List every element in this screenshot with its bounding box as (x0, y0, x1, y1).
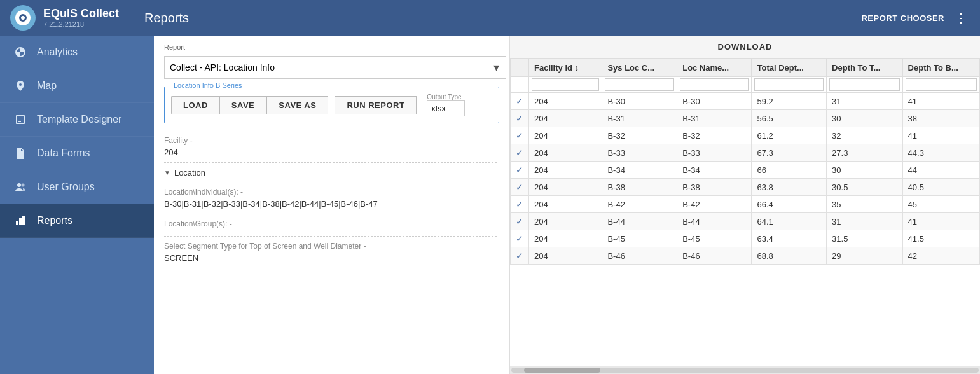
chart-pie-icon (13, 45, 28, 60)
scrollbar-thumb[interactable] (524, 368, 600, 373)
table-row: ✓ 204 B-30 B-30 59.2 31 41 (511, 93, 980, 110)
location-individuals-label: Location\Individual(s): - (164, 188, 497, 197)
row-total-depth: 68.8 (752, 247, 827, 265)
run-report-button[interactable]: RUN REPORT (335, 96, 417, 114)
row-check: ✓ (511, 179, 529, 196)
filter-facility-id-input[interactable] (532, 78, 599, 91)
logo-icon (18, 13, 28, 23)
results-table: Facility Id ↕ Sys Loc C... Loc Name... T… (510, 59, 980, 265)
filter-sys-loc-c-input[interactable] (605, 78, 674, 91)
param-row-location-individuals: Location\Individual(s): - B-30|B-31|B-32… (164, 183, 497, 214)
load-button[interactable]: LOAD (171, 96, 219, 114)
table-row: ✓ 204 B-45 B-45 63.4 31.5 41.5 (511, 230, 980, 247)
col-header-depth-to-b: Depth To B... (902, 59, 979, 77)
scrollbar-track (511, 368, 979, 373)
filter-check (511, 77, 529, 93)
sidebar-item-template-designer[interactable]: Template Designer (0, 103, 154, 137)
filter-total-depth[interactable] (752, 77, 827, 93)
series-label: Location Info B Series (171, 81, 245, 89)
table-row: ✓ 204 B-46 B-46 68.8 29 42 (511, 247, 980, 265)
table-wrapper[interactable]: Facility Id ↕ Sys Loc C... Loc Name... T… (510, 59, 980, 366)
topbar: EQuIS Collect 7.21.2.21218 Reports REPOR… (0, 0, 980, 36)
row-sys-loc-c: B-30 (602, 93, 677, 110)
topbar-actions: REPORT CHOOSER ⋮ (861, 8, 970, 28)
filter-depth-to-b-input[interactable] (906, 78, 977, 91)
row-depth-to-t: 30 (827, 162, 902, 179)
row-depth-to-b: 41 (902, 93, 979, 110)
row-loc-name: B-42 (677, 196, 752, 213)
row-sys-loc-c: B-32 (602, 127, 677, 144)
row-check: ✓ (511, 230, 529, 247)
more-options-button[interactable]: ⋮ (952, 8, 970, 28)
row-depth-to-t: 29 (827, 247, 902, 265)
row-check: ✓ (511, 93, 529, 110)
row-loc-name: B-46 (677, 247, 752, 265)
filter-depth-to-t-input[interactable] (829, 78, 899, 91)
filter-depth-to-b[interactable] (902, 77, 979, 93)
filter-loc-name[interactable] (677, 77, 752, 93)
sidebar-item-user-groups[interactable]: User Groups (0, 170, 154, 204)
row-depth-to-b: 40.5 (902, 179, 979, 196)
row-loc-name: B-30 (677, 93, 752, 110)
col-header-facility-id: Facility Id ↕ (529, 59, 602, 77)
location-groups-label: Location\Group(s): - (164, 219, 497, 228)
filter-depth-to-t[interactable] (827, 77, 902, 93)
row-loc-name: B-31 (677, 110, 752, 127)
app-name: EQuIS Collect (43, 8, 119, 20)
col-header-depth-to-t: Depth To T... (827, 59, 902, 77)
sidebar-item-reports-label: Reports (37, 215, 72, 226)
row-sys-loc-c: B-44 (602, 213, 677, 230)
horizontal-scrollbar[interactable] (510, 366, 980, 374)
row-check: ✓ (511, 213, 529, 230)
save-button[interactable]: SAVE (219, 96, 266, 114)
sidebar-item-reports[interactable]: Reports (0, 204, 154, 238)
sidebar-item-data-forms[interactable]: Data Forms (0, 137, 154, 170)
row-loc-name: B-34 (677, 162, 752, 179)
col-header-sys-loc-c: Sys Loc C... (602, 59, 677, 77)
sidebar-item-user-groups-label: User Groups (37, 181, 95, 193)
row-sys-loc-c: B-46 (602, 247, 677, 265)
filter-sys-loc-c[interactable] (602, 77, 677, 93)
row-depth-to-t: 35 (827, 196, 902, 213)
row-depth-to-b: 41 (902, 127, 979, 144)
row-sys-loc-c: B-31 (602, 110, 677, 127)
row-sys-loc-c: B-34 (602, 162, 677, 179)
params-scroll: Facility - 204 ▼ Location Location\Indiv… (154, 131, 509, 374)
row-depth-to-b: 45 (902, 196, 979, 213)
row-total-depth: 59.2 (752, 93, 827, 110)
svg-point-1 (21, 16, 25, 20)
row-loc-name: B-33 (677, 144, 752, 162)
table-filter-row (511, 77, 980, 93)
filter-facility-id[interactable] (529, 77, 602, 93)
row-total-depth: 56.5 (752, 110, 827, 127)
row-total-depth: 61.2 (752, 127, 827, 144)
filter-total-depth-input[interactable] (754, 78, 824, 91)
table-row: ✓ 204 B-38 B-38 63.8 30.5 40.5 (511, 179, 980, 196)
table-row: ✓ 204 B-32 B-32 61.2 32 41 (511, 127, 980, 144)
col-header-check (511, 59, 529, 77)
row-depth-to-t: 31 (827, 213, 902, 230)
report-select[interactable]: Collect - API: Location Info (164, 56, 506, 79)
row-facility-id: 204 (529, 213, 602, 230)
output-type-select[interactable]: xlsx pdf csv (427, 100, 465, 116)
output-type-wrapper: Output Type xlsx pdf csv (427, 94, 465, 116)
row-check: ✓ (511, 196, 529, 213)
save-as-button[interactable]: SAVE AS (266, 96, 328, 114)
app-logo (10, 5, 36, 31)
row-facility-id: 204 (529, 93, 602, 110)
col-header-total-depth: Total Dept... (752, 59, 827, 77)
book-icon (13, 112, 28, 127)
segment-type-value: SCREEN (164, 253, 497, 263)
table-row: ✓ 204 B-42 B-42 66.4 35 45 (511, 196, 980, 213)
row-facility-id: 204 (529, 144, 602, 162)
location-header: ▼ Location (154, 163, 509, 183)
row-depth-to-b: 42 (902, 247, 979, 265)
sidebar-item-map[interactable]: Map (0, 69, 154, 103)
file-icon (13, 146, 28, 161)
row-total-depth: 66.4 (752, 196, 827, 213)
sidebar-item-analytics[interactable]: Analytics (0, 36, 154, 69)
facility-label: Facility - (164, 136, 497, 145)
row-sys-loc-c: B-45 (602, 230, 677, 247)
report-chooser-button[interactable]: REPORT CHOOSER (861, 13, 944, 23)
filter-loc-name-input[interactable] (680, 78, 749, 91)
